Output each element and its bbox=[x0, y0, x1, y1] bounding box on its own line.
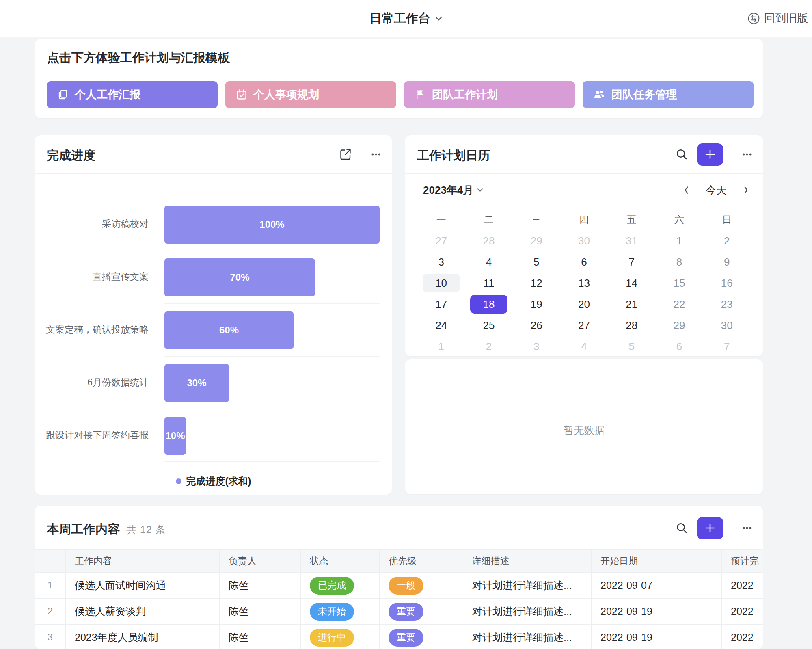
priority-cell[interactable]: 一般 bbox=[380, 573, 463, 599]
calendar-day[interactable]: 7 bbox=[703, 336, 751, 357]
calendar-day[interactable]: 29 bbox=[655, 315, 703, 336]
status-cell[interactable]: 未开始 bbox=[301, 599, 380, 625]
calendar-day[interactable]: 24 bbox=[417, 315, 465, 336]
template-buttons-row: 个人工作汇报个人事项规划团队工作计划团队任务管理 bbox=[47, 81, 754, 108]
calendar-day[interactable]: 17 bbox=[417, 294, 465, 315]
search-icon[interactable] bbox=[675, 521, 688, 534]
template-button-team-work-plan[interactable]: 团队工作计划 bbox=[404, 81, 575, 108]
owner-cell[interactable]: 陈竺 bbox=[220, 573, 301, 599]
column-header: 开始日期 bbox=[592, 549, 722, 573]
calendar-day[interactable]: 27 bbox=[417, 230, 465, 251]
calendar-day[interactable]: 3 bbox=[513, 336, 560, 357]
calendar-day[interactable]: 23 bbox=[703, 294, 751, 315]
calendar-day[interactable]: 19 bbox=[513, 294, 560, 315]
due-date-cell[interactable]: 2022- bbox=[722, 599, 763, 625]
calendar-day[interactable]: 31 bbox=[608, 230, 655, 251]
calendar-day[interactable]: 5 bbox=[513, 251, 560, 273]
calendar-day[interactable]: 6 bbox=[560, 251, 608, 273]
template-button-personal-task-planning[interactable]: 个人事项规划 bbox=[225, 81, 396, 108]
calendar-day[interactable]: 14 bbox=[608, 273, 655, 294]
calendar-day[interactable]: 6 bbox=[655, 336, 703, 357]
calendar-day[interactable]: 5 bbox=[608, 336, 655, 357]
row-number-header bbox=[35, 549, 66, 573]
start-date-cell[interactable]: 2022-09-07 bbox=[592, 573, 722, 599]
more-options-icon[interactable] bbox=[741, 522, 753, 534]
task-cell[interactable]: 2023年度人员编制 bbox=[66, 625, 220, 649]
calendar-day[interactable]: 30 bbox=[703, 315, 751, 336]
template-button-personal-work-report[interactable]: 个人工作汇报 bbox=[47, 81, 218, 108]
add-record-button[interactable] bbox=[697, 143, 723, 166]
bar-chart: 采访稿校对100%直播宣传文案70%文案定稿，确认投放策略60%6月份数据统计3… bbox=[35, 198, 392, 462]
bar-row: 文案定稿，确认投放策略60% bbox=[35, 303, 392, 356]
calendar-day[interactable]: 12 bbox=[513, 273, 560, 294]
calendar-day[interactable]: 3 bbox=[417, 251, 465, 273]
calendar-day[interactable]: 2 bbox=[465, 336, 512, 357]
calendar-day[interactable]: 1 bbox=[417, 336, 465, 357]
calendar-day[interactable]: 1 bbox=[655, 230, 703, 251]
calendar-day[interactable]: 28 bbox=[465, 230, 512, 251]
flag-icon bbox=[414, 89, 426, 101]
owner-cell[interactable]: 陈竺 bbox=[220, 625, 301, 649]
start-date-cell[interactable]: 2022-09-19 bbox=[592, 599, 722, 625]
calendar-day[interactable]: 11 bbox=[465, 273, 512, 294]
today-button[interactable]: 今天 bbox=[706, 183, 727, 197]
status-cell[interactable]: 已完成 bbox=[301, 573, 380, 599]
row-number-cell: 2 bbox=[35, 599, 66, 625]
description-cell[interactable]: 对计划进行详细描述... bbox=[463, 599, 592, 625]
month-selector[interactable]: 2023年4月 bbox=[423, 183, 483, 197]
template-section-card: 点击下方体验工作计划与汇报模板 个人工作汇报个人事项规划团队工作计划团队任务管理 bbox=[35, 39, 763, 118]
calendar-day[interactable]: 9 bbox=[703, 251, 751, 273]
calendar-day[interactable]: 30 bbox=[560, 230, 608, 251]
priority-badge: 重要 bbox=[389, 629, 423, 647]
priority-badge: 重要 bbox=[389, 603, 423, 621]
column-header: 详细描述 bbox=[463, 549, 592, 573]
priority-cell[interactable]: 重要 bbox=[380, 599, 463, 625]
divider bbox=[732, 521, 732, 535]
column-header: 负责人 bbox=[220, 549, 301, 573]
bar-track: 100% bbox=[164, 198, 380, 251]
weekly-work-title-row: 本周工作内容 共 12 条 bbox=[47, 521, 166, 538]
workspace-title-dropdown[interactable]: 日常工作台 bbox=[0, 0, 812, 37]
priority-cell[interactable]: 重要 bbox=[380, 625, 463, 649]
start-date-cell[interactable]: 2022-09-19 bbox=[592, 625, 722, 649]
calendar-day[interactable]: 25 bbox=[465, 315, 512, 336]
template-button-team-task-management[interactable]: 团队任务管理 bbox=[583, 81, 754, 108]
due-date-cell[interactable]: 2022- bbox=[722, 573, 763, 599]
calendar-day[interactable]: 16 bbox=[703, 273, 751, 294]
calendar-day[interactable]: 4 bbox=[465, 251, 512, 273]
calendar-day[interactable]: 15 bbox=[655, 273, 703, 294]
add-record-button[interactable] bbox=[697, 517, 723, 539]
owner-cell[interactable]: 陈竺 bbox=[220, 599, 301, 625]
description-cell[interactable]: 对计划进行详细描述... bbox=[463, 625, 592, 649]
bar-row: 6月份数据统计30% bbox=[35, 356, 392, 409]
description-cell[interactable]: 对计划进行详细描述... bbox=[463, 573, 592, 599]
calendar-day[interactable]: 27 bbox=[560, 315, 608, 336]
calendar-day[interactable]: 29 bbox=[513, 230, 560, 251]
calendar-day[interactable]: 4 bbox=[560, 336, 608, 357]
calendar-day[interactable]: 28 bbox=[608, 315, 655, 336]
progress-card-title: 完成进度 bbox=[47, 147, 95, 164]
calendar-day[interactable]: 26 bbox=[513, 315, 560, 336]
task-cell[interactable]: 候选人面试时间沟通 bbox=[66, 573, 220, 599]
row-number-cell: 1 bbox=[35, 573, 66, 599]
status-cell[interactable]: 进行中 bbox=[301, 625, 380, 649]
calendar-day[interactable]: 20 bbox=[560, 294, 608, 315]
calendar-day[interactable]: 10 bbox=[417, 273, 465, 294]
more-options-icon[interactable] bbox=[370, 148, 382, 160]
due-date-cell[interactable]: 2022- bbox=[722, 625, 763, 649]
calendar-day[interactable]: 7 bbox=[608, 251, 655, 273]
open-in-new-icon[interactable] bbox=[339, 147, 352, 161]
calendar-day[interactable]: 18 bbox=[465, 294, 512, 315]
calendar-day[interactable]: 22 bbox=[655, 294, 703, 315]
calendar-day[interactable]: 8 bbox=[655, 251, 703, 273]
prev-month-icon[interactable] bbox=[683, 185, 689, 195]
next-month-icon[interactable] bbox=[743, 185, 749, 195]
search-icon[interactable] bbox=[675, 148, 688, 161]
calendar-day[interactable]: 13 bbox=[560, 273, 608, 294]
back-to-old-version-link[interactable]: 回到旧版 bbox=[747, 0, 808, 37]
task-cell[interactable]: 候选人薪资谈判 bbox=[66, 599, 220, 625]
progress-bar: 70% bbox=[164, 258, 315, 296]
calendar-day[interactable]: 2 bbox=[703, 230, 751, 251]
more-options-icon[interactable] bbox=[741, 148, 753, 160]
calendar-day[interactable]: 21 bbox=[608, 294, 655, 315]
